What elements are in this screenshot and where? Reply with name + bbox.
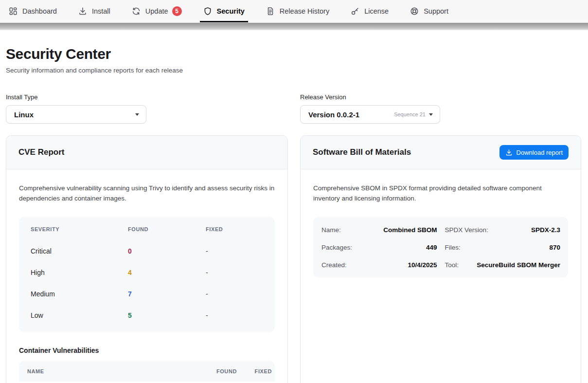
name-column-header: NAME bbox=[27, 368, 199, 374]
top-navigation: Dashboard Install Update 5 Security Rele… bbox=[0, 0, 588, 23]
install-type-filter: Install Type Linux bbox=[6, 93, 146, 124]
cve-card-body: Comprehensive vulnerability scanning usi… bbox=[6, 169, 287, 383]
sbom-card: Software Bill of Materials Download repo… bbox=[300, 135, 581, 383]
download-icon bbox=[505, 149, 513, 156]
nav-label: Release History bbox=[280, 7, 329, 15]
release-version-label: Release Version bbox=[300, 93, 440, 101]
container-table-header: NAME FOUND FIXED bbox=[19, 361, 275, 382]
info-label: Files: bbox=[445, 244, 461, 251]
severity-table-header: SEVERITY FOUND FIXED bbox=[19, 218, 275, 240]
info-value: Combined SBOM bbox=[383, 226, 437, 234]
found-value: 4 bbox=[128, 269, 206, 276]
cve-card-header: CVE Report bbox=[6, 136, 287, 169]
install-type-label: Install Type bbox=[6, 93, 146, 101]
nav-label: Install bbox=[92, 7, 110, 15]
download-report-label: Download report bbox=[517, 149, 563, 156]
severity-label: Medium bbox=[31, 290, 128, 298]
release-version-value: Version 0.0.2-1 bbox=[308, 110, 359, 119]
install-type-select[interactable]: Linux bbox=[6, 105, 146, 124]
release-version-filter: Release Version Version 0.0.2-1 Sequence… bbox=[300, 93, 440, 124]
shield-icon bbox=[203, 7, 212, 16]
info-label: Tool: bbox=[445, 261, 459, 269]
info-pair-name: Name: Combined SBOM bbox=[321, 221, 437, 238]
severity-label: Low bbox=[31, 311, 128, 319]
found-column-header: FOUND bbox=[215, 368, 237, 374]
found-column-header: FOUND bbox=[128, 226, 206, 232]
cve-card-title: CVE Report bbox=[18, 147, 64, 157]
info-value: SecureBuild SBOM Merger bbox=[477, 261, 560, 269]
dashboard-icon bbox=[9, 7, 18, 16]
chevron-down-icon bbox=[135, 113, 139, 116]
document-icon bbox=[266, 7, 275, 16]
report-cards-row: CVE Report Comprehensive vulnerability s… bbox=[6, 135, 582, 383]
sbom-card-body: Comprehensive SBOM in SPDX format provid… bbox=[301, 169, 581, 291]
fixed-value: - bbox=[206, 247, 275, 255]
info-value: SPDX-2.3 bbox=[531, 226, 560, 234]
nav-label: License bbox=[364, 7, 389, 15]
info-label: Name: bbox=[321, 226, 341, 234]
cve-description: Comprehensive vulnerability scanning usi… bbox=[19, 183, 275, 203]
fixed-column-header: FIXED bbox=[253, 368, 272, 374]
info-value: 870 bbox=[549, 244, 560, 251]
table-row-critical: Critical 0 - bbox=[19, 240, 275, 262]
fixed-column-header: FIXED bbox=[206, 226, 275, 232]
info-pair-packages: Packages: 449 bbox=[321, 238, 437, 256]
info-pair-files: Files: 870 bbox=[445, 238, 561, 256]
info-value: 449 bbox=[426, 244, 437, 251]
fixed-value: - bbox=[206, 269, 275, 276]
sequence-label: Sequence 21 bbox=[394, 111, 426, 117]
nav-label: Dashboard bbox=[22, 7, 57, 15]
page-title: Security Center bbox=[6, 46, 582, 62]
nav-tab-security[interactable]: Security bbox=[203, 0, 245, 22]
info-label: Packages: bbox=[321, 244, 352, 251]
info-pair-created: Created: 10/4/2025 bbox=[321, 256, 437, 274]
nav-tab-release-history[interactable]: Release History bbox=[266, 0, 329, 22]
chevron-down-icon bbox=[429, 113, 433, 116]
update-icon bbox=[132, 7, 141, 16]
nav-label: Support bbox=[424, 7, 448, 15]
severity-table: SEVERITY FOUND FIXED Critical 0 - High 4… bbox=[19, 217, 275, 332]
found-value: 5 bbox=[128, 311, 206, 319]
severity-label: Critical bbox=[31, 247, 128, 255]
filters-row: Install Type Linux Release Version Versi… bbox=[6, 93, 582, 124]
info-pair-tool: Tool: SecureBuild SBOM Merger bbox=[445, 256, 561, 274]
page-subtitle: Security information and compliance repo… bbox=[6, 67, 582, 74]
sbom-card-title: Software Bill of Materials bbox=[313, 147, 411, 157]
nav-tab-license[interactable]: License bbox=[351, 0, 389, 22]
found-value: 7 bbox=[128, 290, 206, 298]
found-value: 0 bbox=[128, 247, 206, 255]
cve-report-card: CVE Report Comprehensive vulnerability s… bbox=[6, 135, 288, 383]
info-value: 10/4/2025 bbox=[408, 261, 437, 269]
container-vulnerabilities-title: Container Vulnerabilities bbox=[19, 347, 275, 354]
fixed-value: - bbox=[206, 290, 275, 298]
info-label: SPDX Version: bbox=[445, 226, 488, 234]
severity-label: High bbox=[31, 269, 128, 276]
key-icon bbox=[351, 7, 359, 16]
download-report-button[interactable]: Download report bbox=[499, 145, 569, 160]
nav-tab-update[interactable]: Update 5 bbox=[132, 0, 182, 22]
main-content: Security Center Security information and… bbox=[0, 46, 588, 383]
severity-column-header: SEVERITY bbox=[31, 226, 128, 232]
install-type-value: Linux bbox=[14, 110, 34, 119]
table-row-medium: Medium 7 - bbox=[19, 283, 275, 305]
info-pair-spdx-version: SPDX Version: SPDX-2.3 bbox=[445, 221, 561, 238]
header-shadow-band bbox=[0, 23, 588, 30]
table-row-high: High 4 - bbox=[19, 262, 275, 283]
nav-tab-install[interactable]: Install bbox=[78, 0, 110, 22]
sbom-card-header: Software Bill of Materials Download repo… bbox=[301, 136, 581, 169]
release-version-select[interactable]: Version 0.0.2-1 Sequence 21 bbox=[300, 105, 440, 124]
sbom-description: Comprehensive SBOM in SPDX format provid… bbox=[313, 183, 562, 203]
install-icon bbox=[78, 7, 87, 16]
lifebuoy-icon bbox=[410, 7, 419, 16]
nav-label: Update bbox=[145, 7, 168, 15]
update-count-badge: 5 bbox=[172, 6, 182, 16]
nav-tab-support[interactable]: Support bbox=[410, 0, 448, 22]
table-row-low: Low 5 - bbox=[19, 305, 275, 326]
sbom-info-grid: Name: Combined SBOM SPDX Version: SPDX-2… bbox=[313, 217, 568, 277]
fixed-value: - bbox=[206, 311, 275, 319]
nav-tab-dashboard[interactable]: Dashboard bbox=[9, 0, 57, 22]
info-label: Created: bbox=[321, 261, 347, 269]
nav-label: Security bbox=[217, 7, 245, 15]
